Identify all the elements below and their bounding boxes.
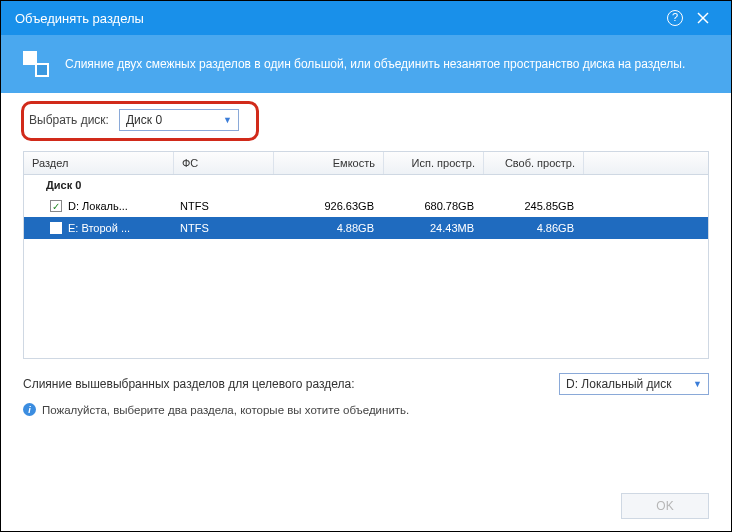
banner: Слияние двух смежных разделов в один бол… (1, 35, 731, 93)
cell-name: E: Второй ... (68, 222, 172, 234)
table-body: Диск 0 ✓D: Локаль...NTFS926.63GB680.78GB… (24, 175, 708, 239)
cell-fs: NTFS (172, 222, 272, 234)
chevron-down-icon: ▼ (223, 115, 232, 125)
cell-used: 680.78GB (382, 200, 482, 212)
cell-fs: NTFS (172, 200, 272, 212)
checkbox[interactable]: ✓ (50, 200, 62, 212)
table-row[interactable]: ✓D: Локаль...NTFS926.63GB680.78GB245.85G… (24, 195, 708, 217)
banner-text: Слияние двух смежных разделов в один бол… (65, 57, 685, 71)
cell-free: 245.85GB (482, 200, 582, 212)
button-bar: OK (621, 493, 709, 519)
cell-capacity: 4.88GB (272, 222, 382, 234)
hint-text: Пожалуйста, выберите два раздела, которы… (42, 404, 409, 416)
col-free[interactable]: Своб. простр. (484, 152, 584, 174)
disk-select-value: Диск 0 (126, 113, 162, 127)
help-icon: ? (667, 10, 683, 26)
disk-select-label: Выбрать диск: (29, 113, 109, 127)
table-header: Раздел ФС Емкость Исп. простр. Своб. про… (24, 152, 708, 175)
target-dropdown[interactable]: D: Локальный диск ▼ (559, 373, 709, 395)
target-label: Слияние вышевыбранных разделов для целев… (23, 377, 559, 391)
cell-used: 24.43MB (382, 222, 482, 234)
cell-capacity: 926.63GB (272, 200, 382, 212)
merge-icon (23, 51, 49, 77)
titlebar: Объединять разделы ? (1, 1, 731, 35)
disk-select-dropdown[interactable]: Диск 0 ▼ (119, 109, 239, 131)
target-value: D: Локальный диск (566, 377, 672, 391)
help-button[interactable]: ? (661, 4, 689, 32)
close-button[interactable] (689, 4, 717, 32)
col-partition[interactable]: Раздел (24, 152, 174, 174)
table-row[interactable]: E: Второй ...NTFS4.88GB24.43MB4.86GB (24, 217, 708, 239)
partition-table: Раздел ФС Емкость Исп. простр. Своб. про… (23, 151, 709, 359)
footer-section: Слияние вышевыбранных разделов для целев… (1, 359, 731, 416)
checkbox[interactable] (50, 222, 62, 234)
disk-select-row: Выбрать диск: Диск 0 ▼ (1, 93, 731, 141)
disk-group: Диск 0 (24, 175, 708, 195)
col-fs[interactable]: ФС (174, 152, 274, 174)
window-title: Объединять разделы (15, 11, 661, 26)
cell-name: D: Локаль... (68, 200, 172, 212)
close-icon (696, 11, 710, 25)
ok-button[interactable]: OK (621, 493, 709, 519)
chevron-down-icon: ▼ (693, 379, 702, 389)
cell-free: 4.86GB (482, 222, 582, 234)
col-capacity[interactable]: Емкость (274, 152, 384, 174)
info-icon: i (23, 403, 36, 416)
col-used[interactable]: Исп. простр. (384, 152, 484, 174)
